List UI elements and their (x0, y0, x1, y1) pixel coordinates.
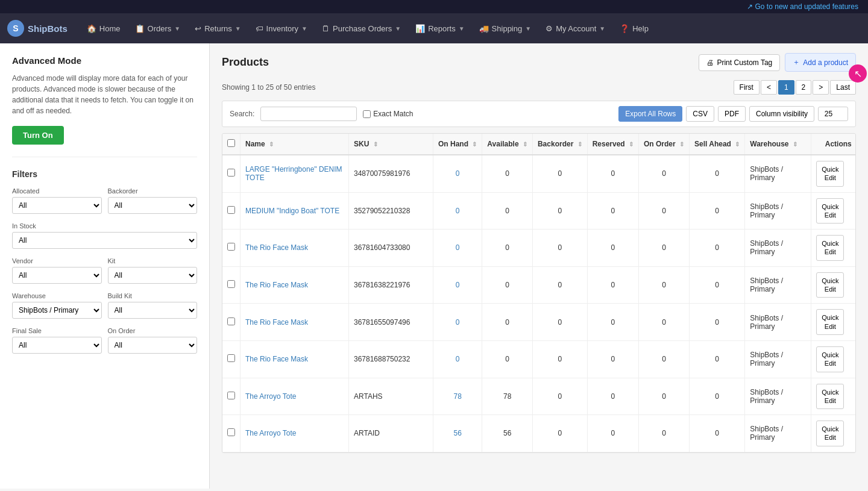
row-checkbox[interactable] (227, 243, 235, 251)
row-sku: 36781688750232 (354, 355, 410, 363)
on-order-select[interactable]: All (108, 337, 198, 354)
row-on-order: 0 (662, 355, 666, 363)
header-sell-ahead[interactable]: Sell Ahead ⇕ (690, 134, 745, 155)
row-checkbox[interactable] (227, 280, 235, 288)
row-checkbox[interactable] (227, 206, 235, 214)
print-custom-tag-button[interactable]: 🖨 Print Custom Tag (699, 54, 780, 71)
pagination-prev-button[interactable]: < (761, 80, 777, 95)
quick-edit-button[interactable]: QuickEdit (816, 272, 844, 298)
in-stock-select[interactable]: All (12, 232, 197, 249)
filter-row-in-stock: In Stock All (12, 222, 197, 249)
row-checkbox-cell (222, 378, 241, 415)
exact-match-label[interactable]: Exact Match (363, 110, 413, 118)
quick-edit-button[interactable]: QuickEdit (816, 161, 844, 187)
nav-item-help[interactable]: ❓ Help (612, 13, 656, 43)
product-name-link[interactable]: The Arroyo Tote (245, 392, 297, 401)
row-on-order: 0 (662, 169, 666, 178)
kit-select[interactable]: All (108, 267, 198, 284)
row-on-order-cell: 0 (639, 378, 690, 415)
vendor-select[interactable]: All (12, 267, 102, 284)
nav-item-reports[interactable]: 📊 Reports ▼ (408, 13, 471, 43)
row-reserved: 0 (611, 355, 615, 363)
on-hand-link[interactable]: 0 (456, 207, 460, 215)
on-hand-link[interactable]: 0 (456, 318, 460, 327)
row-sell-ahead: 0 (715, 318, 719, 327)
csv-button[interactable]: CSV (686, 106, 714, 122)
quick-edit-button[interactable]: QuickEdit (816, 346, 844, 372)
pdf-button[interactable]: PDF (718, 106, 746, 122)
header-on-order[interactable]: On Order ⇕ (639, 134, 690, 155)
row-sell-ahead-cell: 0 (690, 378, 745, 415)
backorder-sort-icon: ⇕ (577, 141, 582, 148)
header-reserved[interactable]: Reserved ⇕ (587, 134, 638, 155)
row-name-cell: The Rio Face Mask (241, 266, 349, 304)
row-warehouse-cell: ShipBots / Primary (745, 155, 811, 192)
nav-item-purchase-orders[interactable]: 🗒 Purchase Orders ▼ (315, 13, 408, 43)
row-checkbox[interactable] (227, 392, 235, 399)
pagination-page-2-button[interactable]: 2 (796, 80, 812, 95)
nav-item-orders[interactable]: 📋 Orders ▼ (128, 13, 188, 43)
my-account-chevron: ▼ (599, 25, 605, 32)
new-features-link[interactable]: ↗ Go to new and updated features (747, 2, 858, 11)
add-product-button[interactable]: ＋ Add a product (785, 53, 856, 72)
exact-match-checkbox[interactable] (363, 110, 371, 118)
header-backorder[interactable]: Backorder ⇕ (532, 134, 587, 155)
quick-edit-button[interactable]: QuickEdit (816, 384, 844, 410)
build-kit-select[interactable]: All (108, 302, 198, 319)
allocated-select[interactable]: All (12, 197, 102, 214)
export-all-rows-button[interactable]: Export All Rows (618, 106, 682, 122)
nav-logo[interactable]: S ShipBots (7, 20, 68, 37)
row-sell-ahead: 0 (715, 355, 719, 363)
on-hand-link[interactable]: 78 (453, 392, 461, 401)
product-name-link[interactable]: The Rio Face Mask (245, 355, 308, 363)
on-hand-link[interactable]: 0 (456, 169, 460, 178)
quick-edit-button[interactable]: QuickEdit (816, 235, 844, 261)
pagination-first-button[interactable]: First (734, 80, 760, 95)
pagination-page-1-button[interactable]: 1 (778, 80, 794, 95)
row-checkbox[interactable] (227, 428, 235, 436)
product-name-link[interactable]: MEDIUM "Indigo Boat" TOTE (245, 207, 339, 215)
on-hand-link[interactable]: 0 (456, 281, 460, 289)
column-visibility-button[interactable]: Column visibility (749, 106, 814, 122)
product-name-link[interactable]: The Rio Face Mask (245, 243, 308, 252)
row-checkbox[interactable] (227, 317, 235, 325)
pagination-next-button[interactable]: > (813, 80, 829, 95)
quick-edit-button[interactable]: QuickEdit (816, 198, 844, 224)
header-sku[interactable]: SKU ⇕ (349, 134, 433, 155)
header-on-hand[interactable]: On Hand ⇕ (433, 134, 482, 155)
nav-item-my-account[interactable]: ⚙ My Account ▼ (538, 13, 612, 43)
header-warehouse[interactable]: Warehouse ⇕ (745, 134, 811, 155)
on-order-label: On Order (108, 327, 198, 334)
turn-on-button[interactable]: Turn On (12, 126, 64, 145)
on-hand-link[interactable]: 56 (453, 429, 461, 437)
on-hand-link[interactable]: 0 (456, 243, 460, 252)
pagination-last-button[interactable]: Last (830, 80, 856, 95)
nav-item-returns[interactable]: ↩ Returns ▼ (187, 13, 248, 43)
header-name[interactable]: Name ⇕ (241, 134, 349, 155)
nav-item-inventory[interactable]: 🏷 Inventory ▼ (248, 13, 315, 43)
row-checkbox[interactable] (227, 354, 235, 362)
top-banner: ↗ Go to new and updated features (0, 0, 868, 13)
product-name-link[interactable]: The Rio Face Mask (245, 318, 308, 327)
table-row: MEDIUM "Indigo Boat" TOTE 35279052210328… (222, 192, 856, 230)
row-backorder-cell: 0 (532, 192, 587, 230)
header-available[interactable]: Available ⇕ (482, 134, 533, 155)
row-backorder-cell: 0 (532, 155, 587, 192)
select-all-checkbox[interactable] (227, 139, 235, 147)
row-checkbox[interactable] (227, 169, 235, 177)
nav-item-home[interactable]: 🏠 Home (80, 13, 128, 43)
row-warehouse: ShipBots / Primary (750, 314, 783, 331)
product-name-link[interactable]: The Rio Face Mask (245, 281, 308, 289)
product-name-link[interactable]: LARGE "Herringbone" DENIM TOTE (245, 165, 342, 182)
backorder-select[interactable]: All (108, 197, 198, 214)
product-name-link[interactable]: The Arroyo Tote (245, 429, 297, 437)
per-page-input[interactable] (818, 107, 848, 121)
row-available: 78 (503, 392, 511, 401)
quick-edit-button[interactable]: QuickEdit (816, 421, 844, 446)
quick-edit-button[interactable]: QuickEdit (816, 309, 844, 335)
warehouse-select[interactable]: ShipBots / Primary (12, 302, 102, 319)
final-sale-select[interactable]: All (12, 337, 102, 354)
search-input[interactable] (260, 107, 357, 121)
nav-item-shipping[interactable]: 🚚 Shipping ▼ (472, 13, 539, 43)
on-hand-link[interactable]: 0 (456, 355, 460, 363)
